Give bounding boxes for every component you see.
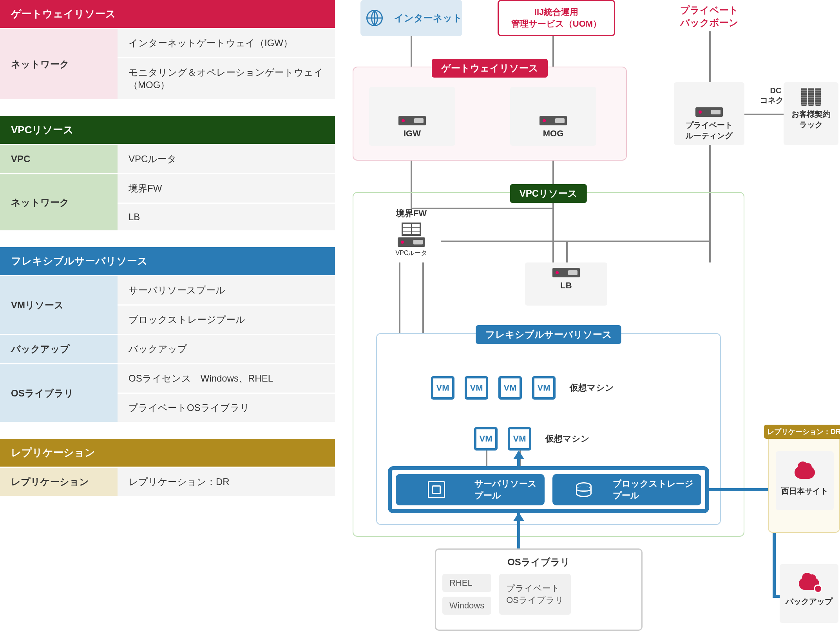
table-vpc-title: VPCリソース: [0, 116, 335, 145]
pool-server: サーバリソース プール: [396, 474, 545, 505]
table-repl-title: レプリケーション: [0, 439, 335, 467]
vm-row-2: VM VM 仮想マシン: [474, 427, 590, 451]
pool-server-line2: プール: [474, 490, 537, 501]
lb-label: LB: [527, 280, 605, 291]
node-backup: バックアップ: [780, 564, 838, 623]
table-replication: レプリケーション レプリケーション レプリケーション：DR: [0, 439, 335, 497]
gateway-item-igw: インターネットゲートウェイ（IGW）: [118, 29, 335, 58]
backup-label: バックアップ: [782, 596, 836, 607]
panel-repl-title: レプリケーション：DR: [764, 425, 840, 439]
mog-label: MOG: [512, 128, 594, 139]
cpu-icon: [428, 481, 445, 498]
table-gateway: ゲートウェイリソース ネットワーク インターネットゲートウェイ（IGW） モニタ…: [0, 0, 335, 100]
flex-item-server-pool: サーバリソースプール: [118, 276, 335, 305]
pbb-line1: プライベート: [658, 4, 760, 16]
os-chip-rhel: RHEL: [442, 574, 491, 592]
vpc-item-fw: 境界FW: [118, 174, 335, 203]
flex-item-private-os: プライベートOSライブラリ: [118, 393, 335, 423]
node-igw: IGW: [369, 87, 455, 146]
rack-icon: [801, 88, 821, 106]
node-os-library: OSライブラリ RHEL Windows プライベート OSライブラリ: [435, 548, 643, 631]
globe-icon: [366, 10, 383, 26]
boundary-fw-label: 境界FW: [380, 208, 443, 219]
node-boundary-fw: 境界FW VPCルータ: [380, 208, 443, 257]
device-icon: [398, 237, 425, 247]
device-icon: [398, 116, 426, 125]
vm-icon: VM: [465, 376, 488, 400]
os-chip-private: プライベート OSライブラリ: [499, 574, 571, 615]
flex-item-oslic: OSライセンス Windows、RHEL: [118, 364, 335, 393]
node-pools: サーバリソース プール ブロックストレージ プール: [388, 466, 709, 513]
table-vpc: VPCリソース VPC VPCルータ ネットワーク 境界FW LB: [0, 116, 335, 232]
node-uom: IIJ統合運用 管理サービス（UOM）: [498, 0, 615, 36]
west-site-label: 西日本サイト: [778, 486, 831, 496]
vpc-row-vpc-label: VPC: [0, 145, 118, 174]
vm-row2-label: 仮想マシン: [545, 433, 590, 445]
rack-line2: ラック: [799, 120, 823, 129]
vm-icon: VM: [431, 376, 454, 400]
rack-line1: お客様契約: [786, 109, 836, 119]
igw-label: IGW: [371, 128, 453, 139]
pr-line2: ルーティング: [686, 131, 733, 140]
vpc-item-router: VPCルータ: [118, 145, 335, 174]
table-flex-title: フレキシブルサーバリソース: [0, 247, 335, 276]
node-west-site: 西日本サイト: [776, 451, 834, 510]
panel-vpc-title: VPCリソース: [510, 184, 587, 203]
pool-block-line2: プール: [613, 490, 693, 501]
panel-replication: レプリケーション：DR 西日本サイト: [768, 431, 840, 533]
oslib-title: OSライブラリ: [442, 556, 635, 568]
flex-row-backup-label: バックアップ: [0, 335, 118, 364]
flex-row-vm-label: VMリソース: [0, 276, 118, 335]
table-flex: フレキシブルサーバリソース VMリソース サーバリソースプール ブロックストレー…: [0, 247, 335, 423]
pool-block-line1: ブロックストレージ: [613, 478, 693, 490]
vm-icon: VM: [532, 376, 556, 400]
internet-label: インターネット: [394, 12, 462, 24]
vm-icon: VM: [498, 376, 522, 400]
vm-row-1: VM VM VM VM 仮想マシン: [431, 376, 614, 400]
vm-row1-label: 仮想マシン: [570, 382, 614, 394]
flex-item-backup: バックアップ: [118, 335, 335, 364]
flex-item-block-pool: ブロックストレージプール: [118, 305, 335, 335]
flex-row-oslib-label: OSライブラリ: [0, 364, 118, 423]
device-icon: [552, 268, 580, 277]
node-internet: インターネット: [360, 0, 462, 36]
os-chip-windows: Windows: [442, 597, 491, 615]
repl-row-label: レプリケーション: [0, 467, 118, 497]
vpc-row-network-label: ネットワーク: [0, 174, 118, 231]
cloud-icon: [795, 466, 815, 479]
pool-block: ブロックストレージ プール: [552, 474, 701, 505]
storage-icon: [576, 482, 592, 497]
gateway-item-mog: モニタリング＆オペレーションゲートウェイ（MOG）: [118, 58, 335, 100]
panel-gateway: ゲートウェイリソース IGW MOG: [353, 67, 627, 161]
table-gateway-title: ゲートウェイリソース: [0, 0, 335, 29]
vm-icon: VM: [474, 427, 498, 451]
firewall-icon: [402, 223, 421, 236]
node-private-routing: プライベート ルーティング: [674, 82, 744, 145]
pbb-line2: バックボーン: [658, 16, 760, 29]
vm-icon: VM: [508, 427, 531, 451]
uom-line2: 管理サービス（UOM）: [511, 18, 601, 30]
node-lb: LB: [525, 262, 607, 306]
gateway-row-network-label: ネットワーク: [0, 29, 118, 100]
pr-line1: プライベート: [676, 120, 742, 130]
node-mog: MOG: [510, 87, 596, 146]
panel-flex-title: フレキシブルサーバリソース: [476, 325, 621, 344]
device-icon: [539, 116, 567, 125]
pool-server-line1: サーバリソース: [474, 478, 537, 490]
uom-line1: IIJ統合運用: [534, 6, 578, 18]
vpc-router-label: VPCルータ: [380, 249, 443, 257]
node-private-backbone: プライベート バックボーン: [658, 4, 760, 29]
node-customer-rack: お客様契約 ラック: [784, 82, 838, 145]
repl-item-dr: レプリケーション：DR: [118, 467, 335, 497]
vpc-item-lb: LB: [118, 203, 335, 231]
device-icon: [695, 107, 723, 117]
panel-gateway-title: ゲートウェイリソース: [432, 59, 548, 78]
